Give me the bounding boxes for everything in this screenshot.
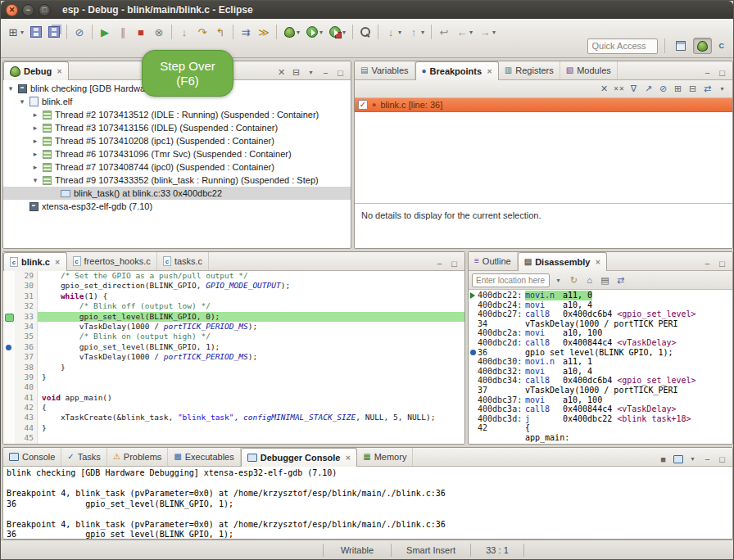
link-with-debug-view-icon[interactable]: ⇄: [700, 82, 714, 96]
use-step-filters-icon[interactable]: ≫: [256, 24, 272, 40]
breakpoint-checkbox[interactable]: ✓: [358, 100, 368, 110]
terminate-icon[interactable]: ■: [133, 24, 149, 40]
marker-gutter[interactable]: [3, 281, 15, 291]
marker-gutter[interactable]: [3, 301, 15, 311]
code-line[interactable]: 44}: [3, 423, 464, 433]
disassembly-row[interactable]: 400dbc24:movia10, 4: [469, 300, 732, 310]
tree-item-target[interactable]: ▾ blink.elf: [3, 95, 351, 108]
tab-modules[interactable]: ▧ Modules: [560, 61, 618, 79]
expander-icon[interactable]: ▾: [7, 84, 15, 93]
close-icon[interactable]: ✕: [346, 454, 351, 462]
disassembly-row[interactable]: 400dbc2d:call80x400844c4 <vTaskDelay>: [469, 338, 732, 348]
maximize-icon[interactable]: □: [333, 65, 347, 79]
tab-blink-c[interactable]: c blink.c ✕: [3, 252, 67, 271]
save-all-button[interactable]: [46, 24, 62, 40]
tab-registers[interactable]: ▥ Registers: [499, 61, 560, 79]
tab-tasks-c[interactable]: c tasks.c: [157, 252, 209, 270]
minimize-icon[interactable]: −: [700, 65, 714, 79]
marker-gutter[interactable]: [3, 363, 15, 373]
disassembly-source-row[interactable]: app_main:: [469, 433, 732, 443]
disassembly-row[interactable]: 400dbc30:movi.na11, 1: [469, 357, 732, 367]
tree-item-gdb-process[interactable]: xtensa-esp32-elf-gdb (7.10): [3, 200, 351, 213]
marker-gutter[interactable]: [3, 352, 15, 362]
tree-item-thread[interactable]: ▸ Thread #3 1073413156 (IDLE) (Suspended…: [3, 121, 351, 134]
maximize-icon[interactable]: □: [715, 256, 729, 270]
maximize-icon[interactable]: □: [715, 65, 729, 79]
display-selected-console-icon[interactable]: [671, 452, 685, 466]
expand-all-icon[interactable]: ⊞: [671, 82, 685, 96]
view-menu-icon[interactable]: ▾: [715, 82, 729, 96]
code-line[interactable]: 39}: [3, 373, 464, 382]
tree-item-thread[interactable]: ▸ Thread #2 1073413512 (IDLE : Running) …: [3, 108, 351, 121]
search-button[interactable]: [357, 24, 374, 40]
minimize-icon[interactable]: −: [433, 256, 446, 270]
tree-item-thread[interactable]: ▸ Thread #6 1073431096 (Tmr Svc) (Suspen…: [3, 147, 351, 160]
disassembly-row[interactable]: 400dbc37:movia10, 100: [469, 395, 732, 405]
expander-icon[interactable]: ▸: [31, 163, 39, 171]
resume-icon[interactable]: ▶: [97, 24, 113, 40]
step-over-icon[interactable]: ↷: [194, 24, 211, 40]
step-into-icon[interactable]: ↓: [176, 24, 193, 40]
cpp-perspective-button[interactable]: C: [715, 38, 729, 54]
close-icon[interactable]: ✕: [487, 68, 492, 75]
code-line[interactable]: 38 }: [3, 363, 464, 373]
show-breakpoints-for-selection-icon[interactable]: ∇: [627, 82, 641, 96]
breakpoint-row[interactable]: ✓ ● blink.c [line: 36]: [355, 98, 732, 112]
marker-gutter[interactable]: [3, 393, 15, 403]
back-icon[interactable]: ←: [454, 24, 470, 40]
tab-memory[interactable]: ▦ Memory: [357, 448, 413, 466]
disassembly-source-row[interactable]: 37vTaskDelay(1000 / portTICK_PERI: [469, 386, 732, 395]
chevron-down-icon[interactable]: ▾: [342, 29, 349, 36]
debug-perspective-button[interactable]: [693, 38, 712, 54]
tab-problems[interactable]: ⚠ Problems: [107, 448, 168, 466]
expander-icon[interactable]: ▸: [31, 124, 39, 132]
code-line[interactable]: 32 /* Blink off (output low) */: [3, 301, 464, 311]
disassembly-listing[interactable]: 400dbc22:movi.na11, 0 400dbc24:movia10, …: [469, 290, 732, 444]
marker-gutter[interactable]: [3, 403, 15, 413]
chevron-down-icon[interactable]: ▾: [398, 29, 405, 36]
minimize-icon[interactable]: −: [700, 256, 714, 270]
disconnect-icon[interactable]: ⊗: [151, 24, 167, 40]
chevron-down-icon[interactable]: ▾: [492, 29, 499, 36]
new-wizard-icon[interactable]: ⊞: [5, 24, 21, 40]
code-line[interactable]: 43 xTaskCreate(&blink_task, "blink_task"…: [3, 413, 464, 422]
collapse-all-icon[interactable]: ⊟: [289, 65, 303, 79]
code-editor[interactable]: 29 /* Set the GPIO as a push/pull output…: [3, 271, 464, 444]
console-output[interactable]: blink checking [GDB Hardware Debugging] …: [3, 467, 732, 539]
marker-gutter[interactable]: [3, 322, 15, 332]
tree-item-thread[interactable]: ▸ Thread #7 1073408744 (ipc0) (Suspended…: [3, 160, 351, 174]
marker-gutter[interactable]: [3, 423, 15, 433]
marker-gutter[interactable]: [3, 373, 15, 382]
view-menu-icon[interactable]: ▾: [686, 452, 700, 466]
tab-tasks[interactable]: ✓ Tasks: [61, 448, 107, 466]
last-edit-location-icon[interactable]: ↩: [436, 24, 452, 40]
tab-outline[interactable]: ≡ Outline: [469, 252, 518, 270]
previous-annotation-icon[interactable]: ↑: [406, 24, 422, 40]
chevron-down-icon[interactable]: ▾: [469, 29, 476, 36]
tab-debugger-console[interactable]: Debugger Console ✕: [241, 448, 358, 467]
forward-icon[interactable]: →: [477, 24, 493, 40]
breakpoint-marker-icon[interactable]: [3, 342, 15, 352]
code-line[interactable]: 41void app_main(): [3, 393, 464, 403]
tab-variables[interactable]: ▤ Variables: [355, 61, 415, 79]
debug-button[interactable]: [281, 24, 297, 40]
code-line[interactable]: 31 while(1) {: [3, 291, 464, 301]
location-input[interactable]: [472, 273, 550, 287]
chevron-down-icon[interactable]: ▾: [421, 29, 428, 36]
tree-item-thread[interactable]: ▸ Thread #5 1073410208 (ipc1) (Suspended…: [3, 134, 351, 147]
close-icon[interactable]: ✕: [55, 259, 61, 266]
quick-access-input[interactable]: [587, 38, 658, 54]
remove-breakpoint-icon[interactable]: ✕: [597, 82, 611, 96]
location-dropdown-icon[interactable]: ▾: [551, 273, 565, 287]
tab-executables[interactable]: ▩ Executables: [168, 448, 240, 466]
window-maximize-button[interactable]: □: [39, 4, 51, 16]
remove-all-breakpoints-icon[interactable]: ✕✕: [612, 82, 626, 96]
chevron-down-icon[interactable]: ▾: [319, 29, 326, 36]
titlebar[interactable]: ✕ − □ esp - Debug - blink/main/blink.c -…: [1, 1, 733, 19]
code-line[interactable]: 30 gpio_set_direction(BLINK_GPIO, GPIO_M…: [3, 281, 464, 291]
marker-gutter[interactable]: [3, 332, 15, 341]
minimize-icon[interactable]: −: [700, 452, 714, 466]
tab-breakpoints[interactable]: ● Breakpoints ✕: [415, 61, 499, 80]
code-line[interactable]: 45: [3, 433, 464, 443]
disassembly-row[interactable]: 400dbc32:movia10, 4: [469, 367, 732, 377]
